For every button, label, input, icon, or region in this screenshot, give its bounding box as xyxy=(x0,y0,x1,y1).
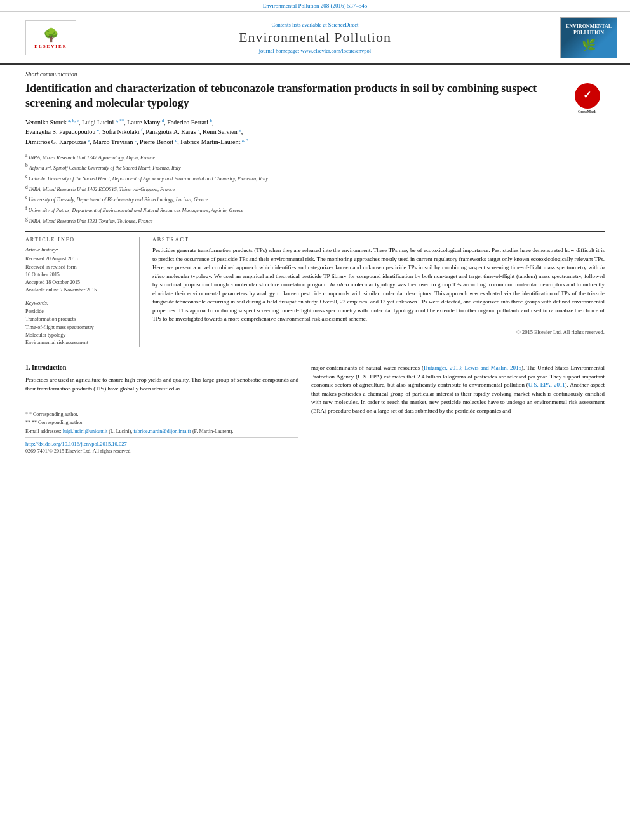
ref-hutzinger[interactable]: Hutzinger, 2013; xyxy=(424,364,462,371)
received-revised-label: Received in revised form xyxy=(25,263,131,270)
contents-list-text: Contents lists available at ScienceDirec… xyxy=(89,22,541,28)
journal-homepage-link[interactable]: www.elsevier.com/locate/envpol xyxy=(300,48,371,54)
footnote-emails: E-mail addresses: luigi.lucini@unicatt.i… xyxy=(25,428,298,435)
abstract-heading: Abstract xyxy=(152,237,605,243)
intro-left-col: 1. Introduction Pesticides are used in a… xyxy=(25,364,298,454)
footnote-corresponding-label: * Corresponding author. xyxy=(29,411,79,417)
journal-cover-title: ENVIRONMENTALPOLLUTION xyxy=(566,23,612,36)
footnote-double-star: ** ** Corresponding author. xyxy=(25,419,298,426)
crossmark-label: CrossMark xyxy=(578,110,596,115)
copyright-text: © 2015 Elsevier Ltd. All rights reserved… xyxy=(152,329,605,335)
elsevier-logo-area: 🌳 ELSEVIER xyxy=(13,20,89,55)
article-title-text: Identification and characterization of t… xyxy=(25,82,537,109)
keyword-2: Transformation products xyxy=(25,316,131,323)
keywords-section: Keywords: Pesticide Transformation produ… xyxy=(25,300,131,346)
elsevier-name: ELSEVIER xyxy=(34,44,67,49)
abstract-text: Pesticides generate transformation produ… xyxy=(152,246,605,324)
journal-cover-icon: 🌿 xyxy=(582,38,596,52)
authors-text: Veronika Storck a, b, c, Luigi Lucini c,… xyxy=(25,119,248,145)
issn-line: 0269-7491/© 2015 Elsevier Ltd. All right… xyxy=(25,448,298,454)
keyword-4: Molecular typology xyxy=(25,331,131,338)
affil-a: a INRA, Mixed Research Unit 1347 Agroeco… xyxy=(25,152,605,162)
affil-e: e University of Thessaly, Department of … xyxy=(25,194,605,204)
affil-g: g INRA, Mixed Research Unit 1331 Toxalim… xyxy=(25,215,605,225)
affil-f: f University of Patras, Department of En… xyxy=(25,204,605,215)
main-content: Short communication Identification and c… xyxy=(0,65,630,460)
article-info-column: Article info Article history: Received 2… xyxy=(25,237,140,347)
footnote-double-corresponding-label: ** Corresponding author. xyxy=(32,420,84,425)
affil-d: d INRA, Mixed Research Unit 1402 ECOSYS,… xyxy=(25,183,605,194)
journal-header: 🌳 ELSEVIER Contents lists available at S… xyxy=(0,12,630,65)
ref-lewis[interactable]: Lewis and Maslin, 2015 xyxy=(465,364,522,371)
affil-b: b Aeforia srl, Spinoff Catholic Universi… xyxy=(25,162,605,172)
affil-c: c Catholic University of the Sacred Hear… xyxy=(25,173,605,183)
intro-right-text: major contaminants of natural water reso… xyxy=(311,364,605,415)
available-online: Available online 7 November 2015 xyxy=(25,286,131,293)
doi-text: http://dx.doi.org/10.1016/j.envpol.2015.… xyxy=(25,441,127,447)
journal-title: Environmental Pollution xyxy=(89,29,541,46)
keywords-label: Keywords: xyxy=(25,300,131,306)
intro-right-col: major contaminants of natural water reso… xyxy=(311,364,605,454)
authors-block: Veronika Storck a, b, c, Luigi Lucini c,… xyxy=(25,117,605,147)
top-journal-bar: Environmental Pollution 208 (2016) 537–5… xyxy=(0,0,630,12)
doi-line[interactable]: http://dx.doi.org/10.1016/j.envpol.2015.… xyxy=(25,441,298,447)
accepted-date: Accepted 18 October 2015 xyxy=(25,279,131,286)
sciencedirect-link[interactable]: ScienceDirect xyxy=(328,22,359,28)
received-date: Received 20 August 2015 xyxy=(25,255,131,262)
crossmark-badge: ✓ CrossMark xyxy=(570,81,605,116)
journal-volume-ref: Environmental Pollution 208 (2016) 537–5… xyxy=(263,3,368,9)
introduction-section: 1. Introduction Pesticides are used in a… xyxy=(25,357,605,454)
email1-link[interactable]: luigi.lucini@unicatt.it xyxy=(63,429,107,434)
elsevier-logo-box: 🌳 ELSEVIER xyxy=(25,20,76,55)
footnote-star: * * Corresponding author. xyxy=(25,411,298,418)
article-history-label: Article history: xyxy=(25,246,131,253)
email2-link[interactable]: fabrice.martin@dijon.inra.fr xyxy=(133,429,191,434)
keyword-3: Time-of-flight mass spectrometry xyxy=(25,324,131,331)
email2-attribution: (F. Martin-Laurent). xyxy=(192,429,233,434)
keyword-1: Pesticide xyxy=(25,308,131,315)
intro-left-text: Pesticides are used in agriculture to en… xyxy=(25,376,298,393)
email1-attribution: (L. Lucini), xyxy=(109,429,132,434)
introduction-columns: 1. Introduction Pesticides are used in a… xyxy=(25,364,605,454)
article-info-heading: Article info xyxy=(25,237,131,243)
journal-logo-right: ENVIRONMENTALPOLLUTION 🌿 xyxy=(541,17,617,58)
article-type-label: Short communication xyxy=(25,71,605,77)
intro-heading: 1. Introduction xyxy=(25,364,298,371)
elsevier-logo: 🌳 ELSEVIER xyxy=(13,20,89,55)
journal-homepage: journal homepage: www.elsevier.com/locat… xyxy=(89,48,541,54)
ref-epa[interactable]: U.S. EPA, 2011 xyxy=(528,382,565,388)
footnote-area: * * Corresponding author. ** ** Correspo… xyxy=(25,401,298,454)
affiliations-block: a INRA, Mixed Research Unit 1347 Agroeco… xyxy=(25,152,605,225)
page-wrapper: Environmental Pollution 208 (2016) 537–5… xyxy=(0,0,630,460)
crossmark-icon: ✓ xyxy=(575,83,600,109)
revised-date: 16 October 2015 xyxy=(25,271,131,278)
article-title-block: Identification and characterization of t… xyxy=(25,81,605,111)
email-label: E-mail addresses: xyxy=(25,429,62,434)
keyword-5: Environmental risk assessment xyxy=(25,339,131,346)
abstract-column: Abstract Pesticides generate transformat… xyxy=(152,237,605,347)
elsevier-tree-icon: 🌳 xyxy=(43,27,59,43)
journal-cover-image: ENVIRONMENTALPOLLUTION 🌿 xyxy=(560,17,617,58)
footnote-double-star-symbol: ** xyxy=(25,420,32,425)
journal-header-center: Contents lists available at ScienceDirec… xyxy=(89,22,541,54)
article-info-abstract-block: Article info Article history: Received 2… xyxy=(25,231,605,347)
